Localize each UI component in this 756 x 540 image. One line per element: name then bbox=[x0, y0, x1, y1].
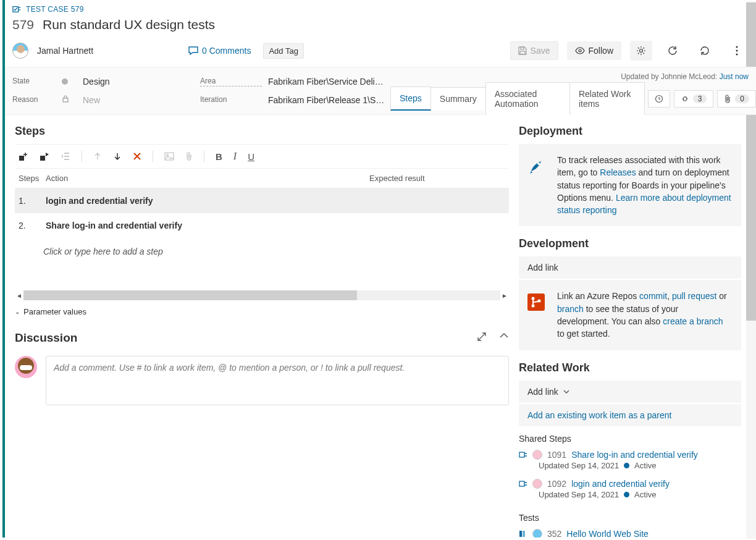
svg-rect-14 bbox=[64, 159, 69, 160]
delete-step-icon[interactable] bbox=[133, 152, 141, 161]
add-link-label: Add link bbox=[527, 263, 558, 272]
svg-point-5 bbox=[736, 46, 738, 48]
more-icon bbox=[736, 46, 738, 56]
insert-step-icon[interactable] bbox=[19, 151, 28, 161]
links-count: 3 bbox=[693, 95, 707, 103]
refresh-button[interactable] bbox=[661, 41, 684, 61]
pull-request-link[interactable]: pull request bbox=[672, 291, 716, 301]
underline-icon[interactable]: U bbox=[248, 151, 254, 162]
related-item[interactable]: 352 Hello World Web Site bbox=[519, 526, 741, 538]
chevron-down-icon: ⌄ bbox=[15, 308, 20, 315]
scroll-right-icon[interactable]: ► bbox=[500, 292, 509, 299]
create-branch-link[interactable]: create a branch bbox=[663, 316, 723, 326]
svg-rect-22 bbox=[519, 452, 524, 457]
undo-button[interactable] bbox=[693, 41, 716, 61]
move-down-icon[interactable] bbox=[113, 152, 122, 161]
step-action[interactable]: Share log-in and credential verify bbox=[46, 221, 505, 230]
mini-avatar bbox=[532, 529, 542, 538]
svg-point-7 bbox=[736, 54, 738, 56]
scroll-left-icon[interactable]: ◄ bbox=[15, 292, 23, 299]
links-button[interactable]: 3 bbox=[674, 90, 714, 108]
tab-summary[interactable]: Summary bbox=[430, 87, 486, 110]
steps-section-title: Steps bbox=[15, 125, 509, 138]
reason-label: Reason bbox=[12, 95, 56, 105]
svg-point-3 bbox=[579, 49, 581, 52]
save-button[interactable]: Save bbox=[510, 41, 558, 60]
action-col-header: Action bbox=[46, 174, 369, 183]
related-item-id: 352 bbox=[547, 529, 561, 538]
step-action[interactable]: login and credential verify bbox=[46, 196, 505, 206]
steps-col-header: Steps bbox=[19, 174, 46, 183]
related-item-title[interactable]: Hello World Web Site bbox=[566, 529, 649, 538]
horizontal-scrollbar-thumb[interactable] bbox=[23, 290, 357, 300]
svg-point-16 bbox=[167, 154, 169, 156]
area-label: Area bbox=[200, 77, 262, 86]
releases-link[interactable]: Releases bbox=[600, 167, 636, 177]
assignee-name[interactable]: Jamal Hartnett bbox=[37, 46, 93, 56]
italic-icon[interactable]: I bbox=[233, 151, 237, 162]
svg-rect-15 bbox=[165, 153, 174, 160]
discussion-input[interactable]: Add a comment. Use # to link a work item… bbox=[46, 356, 509, 405]
parameter-values-toggle[interactable]: ⌄ Parameter values bbox=[15, 301, 509, 323]
state-dot-icon bbox=[62, 78, 68, 85]
tests-label: Tests bbox=[519, 513, 741, 523]
branch-icon bbox=[527, 293, 545, 311]
work-item-type-label: TEST CASE 579 bbox=[26, 5, 84, 14]
add-step-placeholder[interactable]: Click or type here to add a step bbox=[15, 238, 509, 265]
testcase-icon bbox=[12, 5, 21, 14]
history-button[interactable] bbox=[648, 90, 670, 108]
image-icon bbox=[164, 152, 174, 161]
attachments-button[interactable]: 0 bbox=[717, 90, 756, 108]
assignee-avatar[interactable] bbox=[12, 43, 28, 59]
expand-icon[interactable] bbox=[477, 332, 487, 342]
work-item-title[interactable]: Run standard UX design tests bbox=[43, 17, 215, 32]
attachment-icon bbox=[724, 95, 731, 103]
state-label: State bbox=[12, 77, 56, 86]
bold-icon[interactable]: B bbox=[216, 151, 222, 162]
branch-link[interactable]: branch bbox=[557, 304, 584, 314]
related-item-sub: Updated Sep 14, 2021 Active bbox=[519, 490, 741, 505]
undo-icon bbox=[699, 45, 710, 56]
chevron-down-icon bbox=[563, 390, 569, 394]
shared-steps-icon bbox=[519, 450, 527, 459]
svg-rect-1 bbox=[521, 47, 524, 49]
horizontal-scrollbar[interactable]: ◄ ► bbox=[15, 290, 509, 301]
development-add-link[interactable]: Add link bbox=[519, 256, 741, 279]
follow-icon bbox=[575, 47, 585, 54]
tab-related[interactable]: Related Work items bbox=[569, 82, 645, 115]
related-item[interactable]: 1092 login and credential verify bbox=[519, 476, 741, 490]
iteration-label: Iteration bbox=[200, 95, 262, 105]
collapse-up-icon[interactable] bbox=[499, 332, 509, 342]
add-existing-parent-link[interactable]: Add an existing work item as a parent bbox=[519, 404, 741, 426]
settings-button[interactable] bbox=[630, 41, 652, 61]
tab-automation[interactable]: Associated Automation bbox=[485, 82, 570, 115]
follow-label: Follow bbox=[589, 46, 613, 56]
insert-shared-icon[interactable] bbox=[40, 151, 49, 161]
step-row[interactable]: 2. Share log-in and credential verify bbox=[15, 213, 509, 238]
history-icon bbox=[655, 95, 663, 103]
move-up-icon bbox=[93, 152, 102, 161]
iteration-value[interactable]: Fabrikam Fiber\Release 1\S… bbox=[268, 95, 392, 105]
state-dot-icon bbox=[624, 492, 629, 497]
state-value[interactable]: Design bbox=[83, 77, 194, 86]
add-tag-button[interactable]: Add Tag bbox=[263, 43, 303, 59]
related-add-link[interactable]: Add link bbox=[519, 381, 741, 403]
svg-point-4 bbox=[640, 49, 643, 53]
separator bbox=[204, 151, 204, 162]
commit-link[interactable]: commit bbox=[639, 291, 667, 301]
add-link-label: Add link bbox=[527, 387, 558, 397]
test-plan-icon bbox=[519, 529, 527, 538]
reason-value[interactable]: New bbox=[83, 95, 194, 105]
tab-steps[interactable]: Steps bbox=[390, 86, 431, 111]
comments-button[interactable]: 0 Comments bbox=[188, 46, 251, 56]
more-actions-button[interactable] bbox=[725, 41, 749, 61]
step-row[interactable]: 1. login and credential verify bbox=[15, 188, 509, 213]
svg-rect-25 bbox=[523, 531, 525, 537]
save-label: Save bbox=[531, 46, 550, 56]
related-item-title[interactable]: login and credential verify bbox=[571, 479, 670, 489]
follow-button[interactable]: Follow bbox=[567, 41, 621, 60]
separator bbox=[153, 151, 153, 162]
related-item[interactable]: 1091 Share log-in and credential verify bbox=[519, 447, 741, 461]
related-item-title[interactable]: Share log-in and credential verify bbox=[571, 450, 698, 460]
area-value[interactable]: Fabrikam Fiber\Service Deli… bbox=[268, 77, 392, 86]
